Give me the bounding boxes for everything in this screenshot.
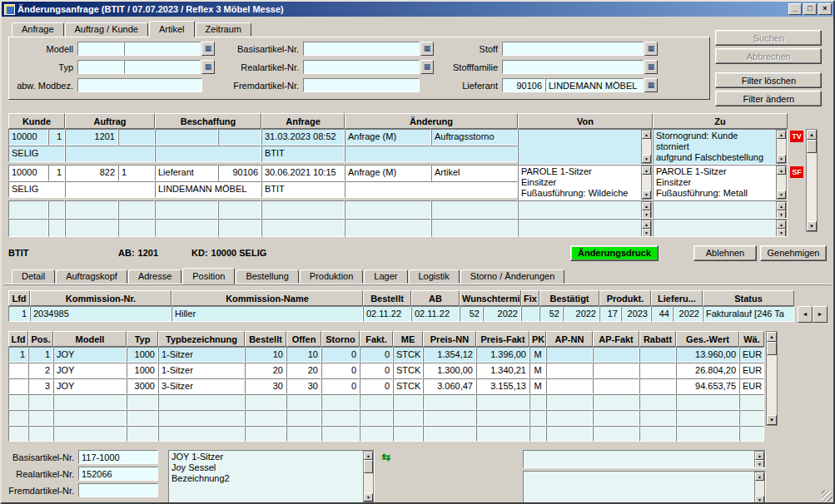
position-cell[interactable]: 1 [28,347,53,363]
position-cell[interactable] [8,410,28,426]
position-cell[interactable]: 20 [286,363,321,378]
kommission-cell[interactable]: 2022 [563,306,599,322]
position-cell[interactable]: STCK [393,347,423,363]
position-cell[interactable]: 3.060,47 [423,378,476,394]
position-cell[interactable] [8,394,28,410]
beschaffung-name-cell[interactable]: LINDEMANN MÖBEL [155,181,261,198]
position-cell[interactable]: 1000 [127,347,158,363]
kommission-cell[interactable]: 2023 [621,306,651,322]
position-cell[interactable] [360,426,393,442]
fremdartikel-input[interactable] [303,78,420,92]
position-cell[interactable] [127,410,158,426]
scroll-down-button[interactable]: ▼ [364,493,373,502]
position-cell[interactable] [53,394,127,410]
position-cell[interactable] [529,426,546,442]
auftrag-nr-cell[interactable]: 822 [65,165,118,181]
position-cell[interactable]: 1 [8,347,28,363]
position-cell[interactable]: STCK [393,378,423,394]
scroll-down-button[interactable]: ▼ [642,229,651,237]
position-cell[interactable] [53,426,127,442]
abw-modbez-input[interactable] [77,78,202,92]
auftrag-zusatz-cell[interactable] [65,146,155,162]
position-cell[interactable]: M [529,347,546,363]
position-cell[interactable]: 20 [245,363,286,378]
scroll-up-button[interactable]: ▲ [755,472,764,481]
zu-scrollbar[interactable]: ▲▼ [776,220,787,236]
position-cell[interactable]: JOY [53,347,127,363]
empty-cell[interactable] [155,200,218,219]
position-cell[interactable] [639,426,676,442]
position-cell[interactable] [476,410,529,426]
filter-aendern-button[interactable]: Filter ändern [715,91,822,106]
position-cell[interactable] [529,394,546,410]
ablehnen-button[interactable]: Ablehnen [693,245,757,261]
anfrage-user-cell[interactable]: BTIT [261,146,345,162]
basisartikel-nr-value[interactable] [78,450,158,464]
position-cell[interactable] [423,410,476,426]
position-cell[interactable]: JOY [53,363,127,378]
kommission-cell[interactable]: 52 [539,306,563,322]
empty-cell[interactable] [345,200,431,219]
position-cell[interactable]: 30 [245,378,286,394]
stofffamilie-input[interactable] [502,60,644,74]
position-cell[interactable] [360,394,393,410]
position-cell[interactable] [676,410,739,426]
tab-bestellung[interactable]: Bestellung [236,269,298,284]
scroll-track[interactable] [777,175,786,190]
scroll-down-button[interactable]: ▼ [777,229,786,237]
position-cell[interactable]: 1-Sitzer [158,347,245,363]
position-cell[interactable] [676,394,739,410]
kommission-cell[interactable] [521,306,539,322]
swap-arrows-icon[interactable]: ⇆ [378,450,395,465]
von-field[interactable]: ▲▼ [518,200,653,219]
scroll-track[interactable] [642,139,651,155]
kommission-cell[interactable]: 17 [599,306,621,322]
zu-field[interactable]: ▲▼ [653,219,788,237]
empty-cell[interactable] [261,219,345,237]
zu-field[interactable]: ▲▼ [653,200,788,219]
anfrage-datum-cell[interactable]: 31.03.2023 08:52 [261,129,345,146]
position-cell[interactable] [286,394,321,410]
position-cell[interactable]: 10 [286,347,321,363]
empty-cell[interactable] [65,200,118,219]
von-scrollbar[interactable]: ▲▼ [641,220,652,236]
realartikel-input[interactable] [303,60,420,74]
scroll-track[interactable] [364,460,373,493]
fremdartikel-nr-value[interactable] [78,483,158,497]
scroll-down-button[interactable]: ▼ [755,460,764,468]
scroll-down-button[interactable]: ▼ [642,190,651,199]
position-cell[interactable]: M [529,363,546,378]
position-cell[interactable] [28,426,53,442]
typ-lov-button[interactable]: ▦ [201,60,215,74]
position-cell[interactable]: 3.155,13 [476,378,529,394]
restore-icon[interactable]: □ [803,3,817,15]
scroll-down-button[interactable]: ▼ [755,496,764,504]
scroll-up-button[interactable]: ▲ [777,166,786,175]
tab-auftragskopf[interactable]: Auftragskopf [56,269,127,284]
minimize-icon[interactable]: _ [788,3,802,15]
basisartikel-lov-button[interactable]: ▦ [420,42,434,56]
position-cell[interactable]: 13.960,00 [676,347,739,363]
tab-storno-aenderungen[interactable]: Storno / Änderungen [460,269,565,284]
position-cell[interactable] [676,426,739,442]
position-cell[interactable] [8,426,28,442]
beschaffung-art-cell[interactable] [155,129,218,146]
position-cell[interactable]: EUR [739,347,764,363]
position-cell[interactable] [639,347,676,363]
anfrage-datum-cell[interactable]: 30.06.2021 10:15 [261,165,345,181]
auftrag-zusatz-cell[interactable] [65,181,155,198]
position-cell[interactable]: 26.804,20 [676,363,739,378]
modell-bez-input[interactable] [124,42,201,56]
tab-anfrage[interactable]: Anfrage [12,22,64,37]
position-cell[interactable]: 2 [28,363,53,378]
empty-cell[interactable] [48,200,65,219]
aenderung-objekt-cell[interactable]: Artikel [431,165,518,181]
von-field[interactable]: ▲▼ [518,219,653,237]
position-cell[interactable] [529,410,546,426]
position-cell[interactable] [476,394,529,410]
auftrag-nr-cell[interactable]: 1201 [65,129,118,146]
von-field[interactable]: ▲▼ [518,129,653,165]
position-cell[interactable] [639,378,676,394]
position-cell[interactable]: 3000 [127,378,158,394]
position-cell[interactable] [8,363,28,378]
